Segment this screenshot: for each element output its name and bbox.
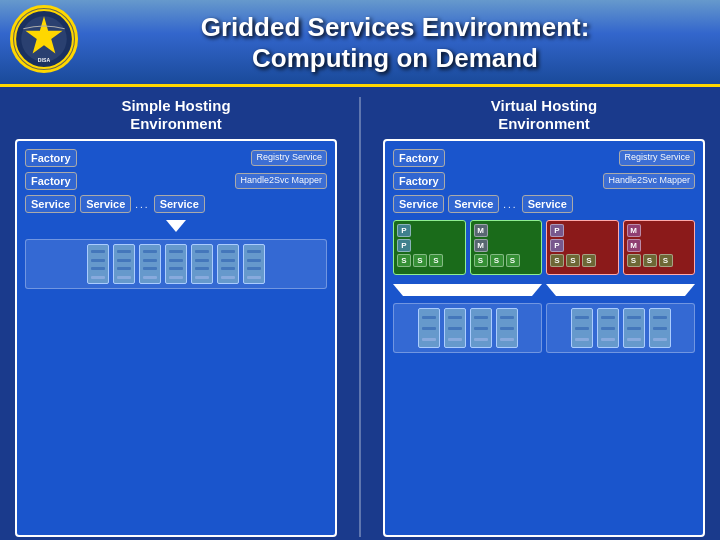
vm-s-4: S [474, 254, 488, 267]
vm-s-8: S [566, 254, 580, 267]
virtual-hosting-diagram: Factory Registry Service Factory Handle2… [383, 139, 705, 537]
server-4 [165, 244, 187, 284]
vm-m-2: M [474, 239, 488, 252]
vm-s-2: S [413, 254, 427, 267]
simple-dots: ... [135, 199, 149, 210]
vm-m-4: M [627, 239, 641, 252]
virt-arrow-1 [393, 284, 542, 296]
vm-s-3: S [429, 254, 443, 267]
simple-hosting-diagram: Factory Registry Service Factory Handle2… [15, 139, 337, 537]
simple-factory-2: Factory [25, 172, 77, 190]
vm-s-12: S [659, 254, 673, 267]
virt-server-7 [623, 308, 645, 348]
virt-factory-row-2: Factory Handle2Svc Mapper [393, 172, 695, 190]
virt-server-5 [571, 308, 593, 348]
vm-p-2: P [397, 239, 411, 252]
vm-p-1: P [397, 224, 411, 237]
virtual-hosting-panel: Virtual Hosting Environment Factory Regi… [383, 97, 705, 537]
simple-service-1: Service [25, 195, 76, 213]
vm-cell-red-2: M M S S S [623, 220, 696, 275]
simple-handle: Handle2Svc Mapper [235, 173, 327, 189]
virt-service-2: Service [448, 195, 499, 213]
vm-cell-green-2: M M S S S [470, 220, 543, 275]
server-2 [113, 244, 135, 284]
vm-s-6: S [506, 254, 520, 267]
logo: DISA [10, 5, 80, 75]
virt-service-3: Service [522, 195, 573, 213]
vm-s-1: S [397, 254, 411, 267]
vm-s-11: S [643, 254, 657, 267]
virtual-hosting-title: Virtual Hosting Environment [383, 97, 705, 133]
virt-handle: Handle2Svc Mapper [603, 173, 695, 189]
virt-factory-2: Factory [393, 172, 445, 190]
server-1 [87, 244, 109, 284]
server-7 [243, 244, 265, 284]
main-content: Simple Hosting Environment Factory Regis… [0, 87, 720, 540]
simple-registry: Registry Service [251, 150, 327, 166]
virt-factory-row-1: Factory Registry Service [393, 149, 695, 167]
header: DISA Gridded Services Environment: Compu… [0, 0, 720, 87]
server-3 [139, 244, 161, 284]
virt-dots: ... [503, 199, 517, 210]
simple-hosting-panel: Simple Hosting Environment Factory Regis… [15, 97, 337, 537]
virt-server-4 [496, 308, 518, 348]
header-title: Gridded Services Environment: Computing … [201, 12, 590, 74]
virt-server-8 [649, 308, 671, 348]
factory-row-1: Factory Registry Service [25, 149, 327, 167]
simple-service-3: Service [154, 195, 205, 213]
virt-service-row: Service Service ... Service [393, 195, 695, 213]
vm-s-5: S [490, 254, 504, 267]
simple-service-2: Service [80, 195, 131, 213]
virt-server-area-2 [546, 303, 695, 353]
simple-factory-1: Factory [25, 149, 77, 167]
vm-s-10: S [627, 254, 641, 267]
virt-registry: Registry Service [619, 150, 695, 166]
virt-server-area-1 [393, 303, 542, 353]
server-5 [191, 244, 213, 284]
simple-hosting-title: Simple Hosting Environment [15, 97, 337, 133]
factory-row-2: Factory Handle2Svc Mapper [25, 172, 327, 190]
vm-s-7: S [550, 254, 564, 267]
virt-service-1: Service [393, 195, 444, 213]
svg-text:DISA: DISA [38, 57, 51, 63]
vm-cell-green-1: P P S S S [393, 220, 466, 275]
vm-p-4: P [550, 239, 564, 252]
vm-cell-red-1: P P S S S [546, 220, 619, 275]
virt-server-6 [597, 308, 619, 348]
virt-factory-1: Factory [393, 149, 445, 167]
virt-arrow-2 [546, 284, 695, 296]
virt-server-1 [418, 308, 440, 348]
virt-server-2 [444, 308, 466, 348]
virt-server-3 [470, 308, 492, 348]
simple-service-row: Service Service ... Service [25, 195, 327, 213]
simple-server-area [25, 239, 327, 289]
vm-m-1: M [474, 224, 488, 237]
panel-divider [359, 97, 361, 537]
simple-arrow [166, 220, 186, 232]
vm-p-3: P [550, 224, 564, 237]
vm-s-9: S [582, 254, 596, 267]
virt-vm-grid: P P S S S M [393, 220, 695, 275]
server-6 [217, 244, 239, 284]
vm-m-3: M [627, 224, 641, 237]
